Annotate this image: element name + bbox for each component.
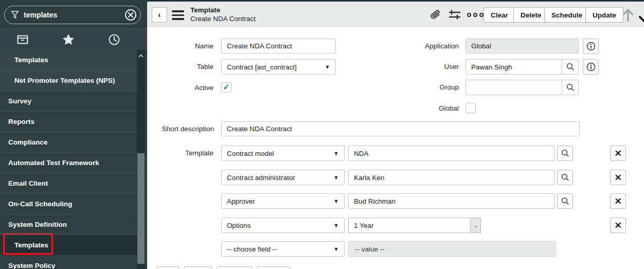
nav-item-label: Compliance [8,138,48,146]
remove-row-button[interactable]: ✕ [610,170,626,185]
user-search-icon[interactable] [562,60,578,74]
update-button[interactable]: Update [585,7,623,23]
funnel-filter-icon [11,10,19,20]
scrollbar-up-arrow-icon[interactable] [137,50,145,61]
template-value-search-icon[interactable] [557,193,573,209]
table-label: Table [147,59,213,74]
delete-button[interactable]: Delete [513,7,549,23]
select-value: 1 Year [349,218,470,232]
form-footer-button[interactable] [156,266,180,269]
nav-item-label: Templates [14,241,48,249]
record-view: ‹ Template Create NDA Contract [147,0,644,269]
nav-section-email-client[interactable]: Email Client [0,173,137,194]
nav-section-survey[interactable]: Survey [0,91,137,112]
application-info-icon[interactable] [583,39,599,54]
table-dropdown-value: Contract [ast_contract] [227,63,321,71]
template-field-dropdown[interactable]: -- choose field -- ▼ [221,241,345,257]
template-value-search-icon[interactable] [557,146,573,161]
scroll-down-arrow-icon[interactable] [639,15,644,25]
template-field-value: Contract model [227,150,330,157]
scroll-up-arrow-icon[interactable] [621,8,635,22]
name-input[interactable] [221,39,336,53]
nav-section-on-call-scheduling[interactable]: On-Call Scheduling [0,194,137,214]
template-field-dropdown[interactable]: Contract administrator ▼ [221,170,345,185]
record-title: Template Create NDA Contract [190,6,256,23]
nav-section-system-policy[interactable]: System Policy [0,256,137,269]
template-value-select[interactable]: 1 Year ⌄ [348,218,481,233]
template-field-dropdown[interactable]: Options ▼ [221,218,345,233]
application-navigator: Templates Net Promoter Templates (NPS) S… [0,0,147,269]
template-value-input[interactable] [348,193,554,209]
template-label: Template [147,146,213,160]
nav-section-automated-test-framework[interactable]: Automated Test Framework [0,153,137,173]
user-input[interactable] [466,60,562,74]
group-search-icon[interactable] [562,80,578,95]
group-label: Group [373,80,459,95]
form-header-bar: ‹ Template Create NDA Contract [147,0,644,27]
nav-section-reports[interactable]: Reports [0,112,137,132]
clock-icon [109,34,120,45]
user-reference-field [466,59,579,75]
group-reference-field [466,80,579,95]
dropdown-caret-icon: ▼ [325,64,330,70]
nav-filter-searchbox[interactable] [4,6,141,24]
template-form: Name Table Contract [ast_contract] ▼ Act… [147,27,644,269]
nav-item-net-promoter-templates[interactable]: Net Promoter Templates (NPS) [0,70,137,91]
nav-search-area [0,0,147,29]
nav-item-templates-selected[interactable]: Templates [0,235,137,256]
form-footer-button[interactable] [184,266,212,269]
nav-item-label: On-Call Scheduling [8,200,73,208]
back-button[interactable]: ‹ [152,7,167,23]
paperclip-icon[interactable] [430,9,441,21]
sidebar-scrollbar[interactable] [137,50,145,269]
dropdown-caret-icon: ▼ [333,150,339,156]
record-type-label: Template [190,6,256,14]
template-value-input[interactable] [348,146,554,161]
template-value-search-icon[interactable] [557,170,573,185]
nav-item-label: Automated Test Framework [8,159,99,167]
application-input [466,39,579,53]
tab-all-applications[interactable] [0,29,46,50]
form-footer-button[interactable] [257,266,290,269]
dropdown-caret-icon: ▼ [333,246,339,252]
user-info-icon[interactable] [583,59,599,75]
more-options-icon[interactable] [467,13,484,17]
nav-item-label: Survey [8,97,31,105]
tab-history[interactable] [91,29,137,50]
global-checkbox[interactable] [466,103,476,113]
short-description-input[interactable] [221,121,580,136]
form-footer-button[interactable] [217,266,253,269]
nav-section-system-definition[interactable]: System Definition [0,214,137,235]
clear-button[interactable]: Clear [484,7,515,23]
schedule-button[interactable]: Schedule [544,7,589,23]
template-value-input[interactable] [348,170,554,185]
nav-tab-bar [0,29,147,50]
nav-item-templates-survey[interactable]: Templates [0,50,137,70]
nav-filter-input[interactable] [24,11,124,19]
template-field-dropdown[interactable]: Contract model ▼ [221,146,345,161]
template-field-value: Options [227,222,330,229]
remove-row-button[interactable]: ✕ [610,146,626,161]
table-dropdown[interactable]: Contract [ast_contract] ▼ [221,59,336,75]
form-context-menu-icon[interactable] [172,10,184,20]
template-field-value: -- choose field -- [227,245,330,253]
template-field-value: Contract administrator [227,174,330,182]
tab-favorites[interactable] [46,29,92,50]
remove-row-button[interactable]: ✕ [610,218,626,233]
name-label: Name [147,39,213,53]
sidebar-scrollbar-thumb[interactable] [137,153,145,264]
record-name-label: Create NDA Contract [190,14,256,23]
active-label: Active [147,80,213,95]
active-checkbox[interactable] [221,82,231,93]
personalize-sliders-icon[interactable] [449,9,461,21]
global-label: Global [373,101,459,116]
dropdown-caret-icon: ▼ [333,174,339,181]
archive-box-icon [17,35,28,44]
nav-section-compliance[interactable]: Compliance [0,132,137,153]
group-input[interactable] [466,80,562,95]
nav-item-label: Net Promoter Templates (NPS) [14,77,115,84]
star-icon [62,34,75,45]
remove-row-button[interactable]: ✕ [610,193,626,209]
template-field-dropdown[interactable]: Approver ▼ [221,193,345,209]
circled-x-icon[interactable] [124,9,137,21]
